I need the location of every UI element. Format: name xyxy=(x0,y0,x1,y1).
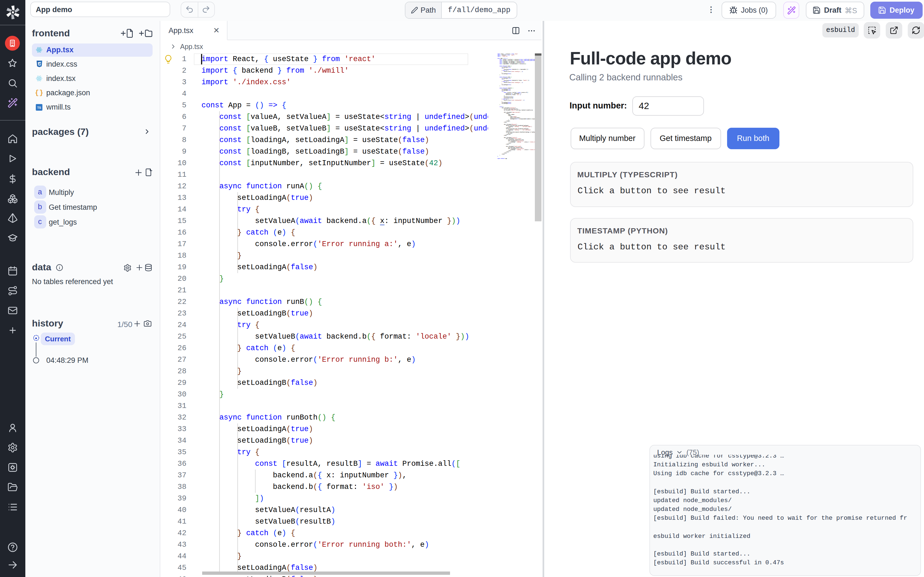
svg-text:TS: TS xyxy=(37,106,41,109)
